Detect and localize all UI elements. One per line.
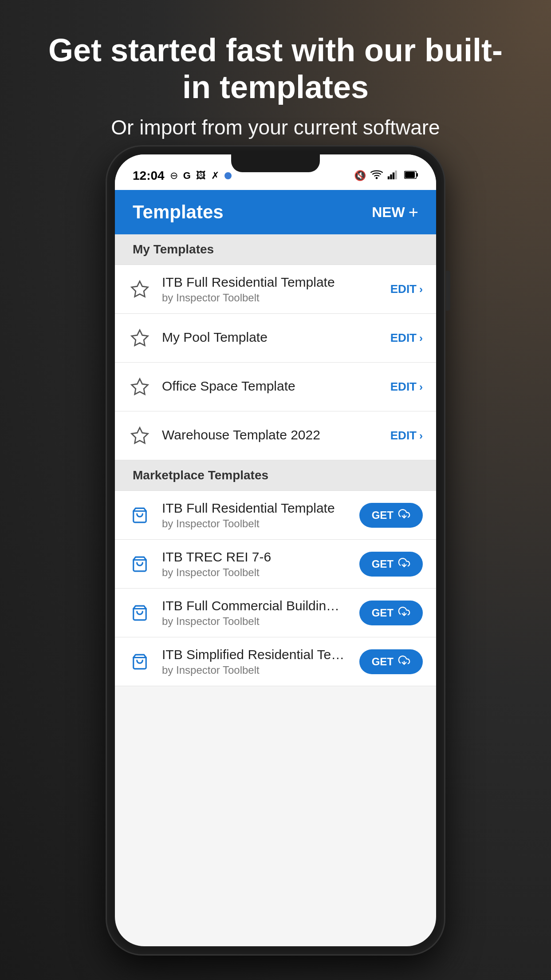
basket-icon-2 <box>128 601 151 624</box>
phone-notch <box>231 154 320 172</box>
marketplace-item-0[interactable]: ITB Full Residential Template by Inspect… <box>115 491 436 540</box>
phone-outer: 12:04 ⊖ G 🖼 ✗ 🔇 <box>107 146 444 954</box>
wifi-icon <box>370 170 383 182</box>
cloud-download-icon-2 <box>398 607 410 619</box>
chevron-icon-2: › <box>419 381 423 393</box>
chevron-icon-1: › <box>419 332 423 344</box>
battery-icon <box>404 170 418 182</box>
template-name-0: ITB Full Residential Template <box>162 275 372 290</box>
hero-section: Get started fast with our built-in templ… <box>0 0 551 164</box>
template-info-1: My Pool Template <box>162 330 372 347</box>
marketplace-author-3: by Inspector Toolbelt <box>162 664 349 676</box>
my-template-item-2[interactable]: Office Space Template EDIT › <box>115 363 436 411</box>
marketplace-author-1: by Inspector Toolbelt <box>162 566 349 579</box>
marketplace-item-2[interactable]: ITB Full Commercial Buildin… by Inspecto… <box>115 589 436 637</box>
svg-rect-3 <box>393 172 394 179</box>
basket-icon-1 <box>128 553 151 576</box>
phone-inner: 12:04 ⊖ G 🖼 ✗ 🔇 <box>115 154 436 946</box>
svg-rect-2 <box>390 174 392 179</box>
marketplace-info-2: ITB Full Commercial Buildin… by Inspecto… <box>162 598 349 628</box>
app-header: Templates NEW + <box>115 190 436 234</box>
svg-rect-6 <box>405 172 415 178</box>
svg-marker-10 <box>132 379 148 394</box>
marketplace-info-0: ITB Full Residential Template by Inspect… <box>162 501 349 530</box>
get-button-1[interactable]: GET <box>359 552 423 577</box>
status-icon-g: G <box>183 170 191 182</box>
marketplace-info-3: ITB Simplified Residential Te… by Inspec… <box>162 647 349 676</box>
template-name-3: Warehouse Template 2022 <box>162 427 372 443</box>
cloud-download-icon-0 <box>398 509 410 522</box>
svg-rect-7 <box>417 173 418 177</box>
cloud-download-icon-1 <box>398 558 410 570</box>
marketplace-info-1: ITB TREC REI 7-6 by Inspector Toolbelt <box>162 549 349 579</box>
get-button-2[interactable]: GET <box>359 601 423 625</box>
new-label: NEW <box>372 204 405 221</box>
status-icon-x: ✗ <box>211 170 219 182</box>
app-title: Templates <box>133 202 224 223</box>
svg-point-0 <box>376 177 378 179</box>
template-author-0: by Inspector Toolbelt <box>162 292 372 304</box>
marketplace-name-0: ITB Full Residential Template <box>162 501 349 516</box>
marketplace-name-3: ITB Simplified Residential Te… <box>162 647 349 662</box>
svg-marker-9 <box>132 330 148 345</box>
chevron-icon-0: › <box>419 283 423 296</box>
status-bar: 12:04 ⊖ G 🖼 ✗ 🔇 <box>115 154 436 190</box>
template-name-2: Office Space Template <box>162 379 372 394</box>
edit-button-2[interactable]: EDIT › <box>383 380 423 394</box>
template-info-3: Warehouse Template 2022 <box>162 427 372 444</box>
svg-rect-4 <box>395 170 397 179</box>
svg-marker-11 <box>132 427 148 443</box>
marketplace-item-1[interactable]: ITB TREC REI 7-6 by Inspector Toolbelt G… <box>115 540 436 589</box>
status-icon-dot <box>224 172 232 179</box>
cloud-download-icon-3 <box>398 656 410 668</box>
star-icon-3 <box>128 424 151 447</box>
my-template-item-3[interactable]: Warehouse Template 2022 EDIT › <box>115 411 436 460</box>
mute-icon: 🔇 <box>354 170 366 182</box>
basket-icon-3 <box>128 650 151 673</box>
edit-button-0[interactable]: EDIT › <box>383 282 423 296</box>
signal-icon <box>387 170 400 182</box>
svg-marker-8 <box>132 281 148 296</box>
hero-title: Get started fast with our built-in templ… <box>35 32 516 106</box>
template-info-2: Office Space Template <box>162 379 372 395</box>
template-info-0: ITB Full Residential Template by Inspect… <box>162 275 372 304</box>
chevron-icon-3: › <box>419 430 423 442</box>
star-icon-1 <box>128 327 151 350</box>
my-templates-section-header: My Templates <box>115 234 436 265</box>
edit-button-3[interactable]: EDIT › <box>383 429 423 443</box>
marketplace-item-3[interactable]: ITB Simplified Residential Te… by Inspec… <box>115 637 436 686</box>
star-icon-0 <box>128 278 151 301</box>
plus-icon: + <box>409 203 418 222</box>
marketplace-section-header: Marketplace Templates <box>115 460 436 491</box>
my-template-item-1[interactable]: My Pool Template EDIT › <box>115 314 436 363</box>
marketplace-name-1: ITB TREC REI 7-6 <box>162 549 349 565</box>
status-time: 12:04 <box>133 169 165 183</box>
new-button[interactable]: NEW + <box>372 203 418 222</box>
status-icon-image: 🖼 <box>196 170 206 182</box>
status-icon-circle: ⊖ <box>170 170 178 182</box>
get-button-0[interactable]: GET <box>359 503 423 528</box>
svg-rect-1 <box>388 176 390 179</box>
get-button-3[interactable]: GET <box>359 649 423 674</box>
marketplace-author-0: by Inspector Toolbelt <box>162 518 349 530</box>
marketplace-name-2: ITB Full Commercial Buildin… <box>162 598 349 613</box>
phone-mockup: 12:04 ⊖ G 🖼 ✗ 🔇 <box>107 146 444 954</box>
my-template-item-0[interactable]: ITB Full Residential Template by Inspect… <box>115 265 436 314</box>
template-name-1: My Pool Template <box>162 330 372 345</box>
star-icon-2 <box>128 375 151 399</box>
edit-button-1[interactable]: EDIT › <box>383 331 423 345</box>
hero-subtitle: Or import from your current software <box>111 115 440 141</box>
status-icons-right: 🔇 <box>354 170 418 182</box>
marketplace-author-2: by Inspector Toolbelt <box>162 615 349 628</box>
status-left: 12:04 ⊖ G 🖼 ✗ <box>133 169 232 183</box>
basket-icon-0 <box>128 504 151 527</box>
